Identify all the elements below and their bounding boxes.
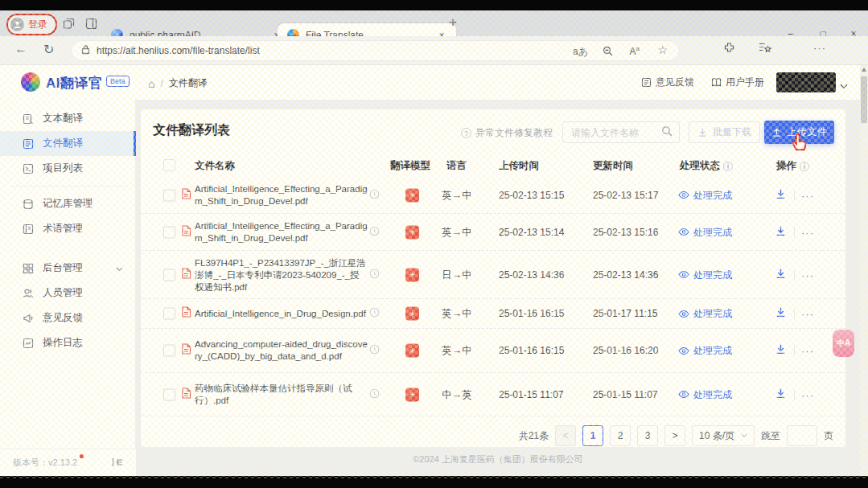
text-size-icon[interactable]: Aa [630, 45, 640, 57]
more-actions-icon[interactable]: ··· [801, 269, 814, 281]
page-button-2[interactable]: 2 [610, 425, 631, 446]
table-row[interactable]: FL397H4P1_-_P23413397JP_-_浙江星浩澎博_-_日本专利申… [141, 251, 845, 299]
download-file-icon[interactable] [775, 187, 787, 203]
chevron-down-icon[interactable] [116, 263, 123, 274]
search-icon[interactable] [661, 125, 673, 140]
tab-actions-icon[interactable] [63, 18, 75, 33]
back-icon[interactable]: ← [14, 42, 27, 56]
sidebar-item-memory-bank[interactable]: 记忆库管理 [0, 191, 136, 216]
home-icon[interactable]: ⌂ [148, 77, 154, 90]
page-scrollbar[interactable] [860, 65, 868, 476]
sidebar-item-operation-log[interactable]: 操作日志 [0, 330, 136, 355]
row-checkbox[interactable] [163, 226, 175, 238]
sidebar-item-admin[interactable]: 后台管理 [0, 256, 136, 281]
sidebar-item-feedback[interactable]: 意见反馈 [0, 306, 136, 330]
zoom-out-icon[interactable] [603, 46, 613, 59]
status-complete[interactable]: 处理完成 [678, 344, 732, 358]
floating-translate-widget[interactable]: 中A [833, 330, 854, 357]
address-bar[interactable]: https://ait.henlius.com/file-translate/l… [71, 40, 680, 61]
sidebar-item-text-translate[interactable]: 文本翻译 [0, 106, 136, 131]
page-button-3[interactable]: 3 [637, 425, 658, 446]
jump-page-input[interactable] [787, 425, 817, 446]
language-pair: 英→中 [434, 344, 479, 358]
select-all-checkbox[interactable] [163, 159, 175, 171]
table-row[interactable]: 药物临床试验样本量估计指导原则（试行）.pdf ✳ 中→英 25-01-15 1… [141, 373, 845, 416]
extensions-puzzle-icon[interactable] [723, 42, 735, 56]
table-row[interactable]: Artificial_Intelligence_Effecting_a_Para… [141, 214, 845, 251]
app-header: AI翻译官 Beta ⌂ / 文件翻译 意见反馈 用户手册 [0, 65, 868, 100]
table-row[interactable]: Artificial_Intelligence_in_Drug_Design.p… [141, 299, 845, 329]
favorite-star-icon[interactable]: ☆ [657, 43, 668, 56]
settings-more-icon[interactable]: ··· [813, 42, 826, 54]
search-box[interactable] [562, 121, 680, 143]
history-clock-icon[interactable] [369, 225, 380, 240]
sidebar-item-file-translate[interactable]: 文件翻译 [0, 131, 136, 156]
sidebar-item-terminology[interactable]: 术语管理 [0, 216, 136, 241]
row-checkbox[interactable] [163, 189, 175, 201]
info-icon[interactable]: i [723, 162, 733, 171]
file-name[interactable]: 药物临床试验样本量估计指导原则（试行）.pdf [195, 383, 368, 407]
info-icon[interactable]: i [800, 162, 809, 171]
project-list-icon [23, 163, 34, 174]
row-checkbox[interactable] [163, 345, 175, 357]
next-page-button[interactable]: > [664, 425, 685, 446]
status-complete[interactable]: 处理完成 [678, 388, 732, 401]
translate-page-icon[interactable]: aあ [573, 45, 588, 59]
table-header: 文件名称 翻译模型 语言 上传时间 更新时间 处理状态i 操作i [141, 156, 845, 177]
status-complete[interactable]: 处理完成 [678, 225, 732, 239]
table-row[interactable]: Advancing_computer-aided_drug_discovery_… [141, 329, 845, 373]
page-button-1[interactable]: 1 [582, 425, 603, 446]
header-feedback-button[interactable]: 意见反馈 [641, 76, 694, 89]
sidebar-item-personnel[interactable]: 人员管理 [0, 281, 136, 306]
scrollbar-up-arrow[interactable] [862, 68, 866, 72]
download-file-icon[interactable] [775, 343, 787, 359]
batch-download-button[interactable]: 批量下载 [689, 121, 760, 143]
more-actions-icon[interactable]: ··· [801, 308, 814, 320]
file-name[interactable]: Advancing_computer-aided_drug_discovery_… [195, 338, 368, 363]
search-input[interactable] [570, 126, 656, 139]
file-name[interactable]: FL397H4P1_-_P23413397JP_-_浙江星浩澎博_-_日本专利申… [195, 256, 368, 293]
download-file-icon[interactable] [775, 267, 787, 282]
scrollbar-thumb[interactable] [861, 76, 867, 123]
login-badge[interactable]: 登录 [6, 14, 57, 35]
history-clock-icon[interactable] [369, 343, 380, 358]
file-name[interactable]: Artificial_Intelligence_in_Drug_Design.p… [195, 308, 366, 320]
history-clock-icon[interactable] [369, 268, 380, 282]
user-menu-chevron-down-icon[interactable] [840, 78, 848, 92]
refresh-icon[interactable]: ↻ [43, 42, 54, 57]
download-file-icon[interactable] [775, 306, 787, 322]
header-manual-button[interactable]: 用户手册 [711, 76, 764, 89]
row-checkbox[interactable] [163, 388, 175, 400]
col-update-time: 更新时间 [593, 159, 633, 173]
col-language: 语言 [446, 159, 467, 173]
row-checkbox[interactable] [163, 308, 175, 320]
file-name[interactable]: Artificial_Intelligence_Effecting_a_Para… [195, 183, 368, 207]
download-file-icon[interactable] [775, 387, 787, 402]
collapse-sidebar-icon[interactable] [112, 456, 123, 470]
table-row[interactable]: Artificial_Intelligence_Effecting_a_Para… [141, 177, 845, 214]
more-actions-icon[interactable]: ··· [801, 226, 814, 238]
status-complete[interactable]: 处理完成 [678, 307, 732, 321]
user-name-blurred[interactable] [776, 72, 836, 92]
repair-tutorial-link[interactable]: ? 异常文件修复教程 [461, 126, 553, 140]
history-clock-icon[interactable] [369, 188, 380, 203]
page-size-select[interactable]: 10 条/页 [692, 425, 755, 446]
sidebar-item-project-list[interactable]: 项目列表 [0, 156, 136, 181]
download-file-icon[interactable] [775, 224, 787, 240]
row-checkbox[interactable] [163, 269, 175, 281]
new-tab-button[interactable]: + [449, 14, 457, 31]
status-complete[interactable]: 处理完成 [678, 268, 732, 281]
prev-page-button[interactable]: < [555, 425, 576, 446]
collections-icon[interactable] [759, 42, 771, 56]
more-actions-icon[interactable]: ··· [801, 388, 814, 400]
more-actions-icon[interactable]: ··· [801, 345, 814, 357]
history-clock-icon[interactable] [369, 306, 380, 321]
vertical-tabs-icon[interactable] [85, 18, 97, 33]
status-complete[interactable]: 处理完成 [678, 188, 732, 202]
more-actions-icon[interactable]: ··· [801, 189, 814, 201]
pdf-file-icon [181, 187, 191, 203]
file-name[interactable]: Artificial_Intelligence_Effecting_a_Para… [195, 220, 368, 244]
history-clock-icon[interactable] [369, 388, 380, 402]
action-divider [794, 309, 795, 319]
text-translate-icon [23, 113, 34, 125]
